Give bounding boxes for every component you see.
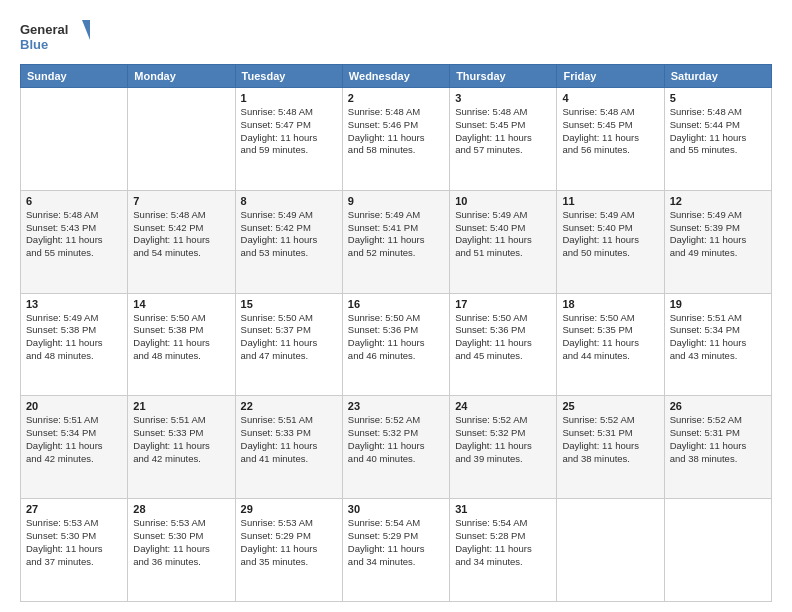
cell-info: Sunrise: 5:49 AM Sunset: 5:38 PM Dayligh… — [26, 312, 122, 363]
cell-info: Sunrise: 5:52 AM Sunset: 5:31 PM Dayligh… — [670, 414, 766, 465]
cell-info: Sunrise: 5:49 AM Sunset: 5:39 PM Dayligh… — [670, 209, 766, 260]
cell-info: Sunrise: 5:50 AM Sunset: 5:38 PM Dayligh… — [133, 312, 229, 363]
calendar-cell: 30Sunrise: 5:54 AM Sunset: 5:29 PM Dayli… — [342, 499, 449, 602]
calendar-cell: 22Sunrise: 5:51 AM Sunset: 5:33 PM Dayli… — [235, 396, 342, 499]
header-wednesday: Wednesday — [342, 65, 449, 88]
cell-info: Sunrise: 5:53 AM Sunset: 5:29 PM Dayligh… — [241, 517, 337, 568]
calendar-cell: 19Sunrise: 5:51 AM Sunset: 5:34 PM Dayli… — [664, 293, 771, 396]
cell-info: Sunrise: 5:52 AM Sunset: 5:32 PM Dayligh… — [455, 414, 551, 465]
calendar-cell — [128, 88, 235, 191]
cell-info: Sunrise: 5:49 AM Sunset: 5:41 PM Dayligh… — [348, 209, 444, 260]
cell-info: Sunrise: 5:54 AM Sunset: 5:29 PM Dayligh… — [348, 517, 444, 568]
calendar-cell: 15Sunrise: 5:50 AM Sunset: 5:37 PM Dayli… — [235, 293, 342, 396]
day-number: 8 — [241, 195, 337, 207]
header-tuesday: Tuesday — [235, 65, 342, 88]
day-number: 31 — [455, 503, 551, 515]
day-number: 20 — [26, 400, 122, 412]
calendar-cell: 23Sunrise: 5:52 AM Sunset: 5:32 PM Dayli… — [342, 396, 449, 499]
calendar-cell: 14Sunrise: 5:50 AM Sunset: 5:38 PM Dayli… — [128, 293, 235, 396]
week-row-4: 20Sunrise: 5:51 AM Sunset: 5:34 PM Dayli… — [21, 396, 772, 499]
cell-info: Sunrise: 5:51 AM Sunset: 5:34 PM Dayligh… — [670, 312, 766, 363]
calendar-table: SundayMondayTuesdayWednesdayThursdayFrid… — [20, 64, 772, 602]
cell-info: Sunrise: 5:53 AM Sunset: 5:30 PM Dayligh… — [133, 517, 229, 568]
svg-marker-2 — [82, 20, 90, 40]
day-number: 7 — [133, 195, 229, 207]
calendar-cell — [21, 88, 128, 191]
cell-info: Sunrise: 5:48 AM Sunset: 5:42 PM Dayligh… — [133, 209, 229, 260]
day-number: 9 — [348, 195, 444, 207]
cell-info: Sunrise: 5:50 AM Sunset: 5:37 PM Dayligh… — [241, 312, 337, 363]
calendar-cell: 31Sunrise: 5:54 AM Sunset: 5:28 PM Dayli… — [450, 499, 557, 602]
cell-info: Sunrise: 5:48 AM Sunset: 5:44 PM Dayligh… — [670, 106, 766, 157]
cell-info: Sunrise: 5:48 AM Sunset: 5:43 PM Dayligh… — [26, 209, 122, 260]
cell-info: Sunrise: 5:50 AM Sunset: 5:35 PM Dayligh… — [562, 312, 658, 363]
cell-info: Sunrise: 5:51 AM Sunset: 5:33 PM Dayligh… — [241, 414, 337, 465]
day-number: 15 — [241, 298, 337, 310]
calendar-cell: 8Sunrise: 5:49 AM Sunset: 5:42 PM Daylig… — [235, 190, 342, 293]
header-thursday: Thursday — [450, 65, 557, 88]
day-number: 22 — [241, 400, 337, 412]
calendar-cell — [664, 499, 771, 602]
cell-info: Sunrise: 5:51 AM Sunset: 5:33 PM Dayligh… — [133, 414, 229, 465]
day-number: 11 — [562, 195, 658, 207]
day-number: 17 — [455, 298, 551, 310]
calendar-cell: 7Sunrise: 5:48 AM Sunset: 5:42 PM Daylig… — [128, 190, 235, 293]
day-number: 23 — [348, 400, 444, 412]
header-monday: Monday — [128, 65, 235, 88]
calendar-cell: 11Sunrise: 5:49 AM Sunset: 5:40 PM Dayli… — [557, 190, 664, 293]
logo: General Blue — [20, 18, 90, 56]
day-number: 30 — [348, 503, 444, 515]
calendar-cell: 20Sunrise: 5:51 AM Sunset: 5:34 PM Dayli… — [21, 396, 128, 499]
day-number: 29 — [241, 503, 337, 515]
calendar-cell: 27Sunrise: 5:53 AM Sunset: 5:30 PM Dayli… — [21, 499, 128, 602]
svg-text:General: General — [20, 22, 68, 37]
day-number: 26 — [670, 400, 766, 412]
cell-info: Sunrise: 5:48 AM Sunset: 5:46 PM Dayligh… — [348, 106, 444, 157]
day-number: 12 — [670, 195, 766, 207]
day-number: 13 — [26, 298, 122, 310]
calendar-cell: 3Sunrise: 5:48 AM Sunset: 5:45 PM Daylig… — [450, 88, 557, 191]
calendar-cell: 4Sunrise: 5:48 AM Sunset: 5:45 PM Daylig… — [557, 88, 664, 191]
header-sunday: Sunday — [21, 65, 128, 88]
day-number: 27 — [26, 503, 122, 515]
day-number: 6 — [26, 195, 122, 207]
calendar-cell: 1Sunrise: 5:48 AM Sunset: 5:47 PM Daylig… — [235, 88, 342, 191]
svg-text:Blue: Blue — [20, 37, 48, 52]
day-number: 19 — [670, 298, 766, 310]
week-row-5: 27Sunrise: 5:53 AM Sunset: 5:30 PM Dayli… — [21, 499, 772, 602]
calendar-cell: 16Sunrise: 5:50 AM Sunset: 5:36 PM Dayli… — [342, 293, 449, 396]
calendar-cell: 25Sunrise: 5:52 AM Sunset: 5:31 PM Dayli… — [557, 396, 664, 499]
cell-info: Sunrise: 5:54 AM Sunset: 5:28 PM Dayligh… — [455, 517, 551, 568]
day-number: 18 — [562, 298, 658, 310]
day-number: 16 — [348, 298, 444, 310]
calendar-cell: 5Sunrise: 5:48 AM Sunset: 5:44 PM Daylig… — [664, 88, 771, 191]
calendar-cell: 13Sunrise: 5:49 AM Sunset: 5:38 PM Dayli… — [21, 293, 128, 396]
week-row-2: 6Sunrise: 5:48 AM Sunset: 5:43 PM Daylig… — [21, 190, 772, 293]
calendar-cell: 28Sunrise: 5:53 AM Sunset: 5:30 PM Dayli… — [128, 499, 235, 602]
day-number: 1 — [241, 92, 337, 104]
day-number: 4 — [562, 92, 658, 104]
calendar-cell: 12Sunrise: 5:49 AM Sunset: 5:39 PM Dayli… — [664, 190, 771, 293]
header-saturday: Saturday — [664, 65, 771, 88]
day-number: 24 — [455, 400, 551, 412]
day-number: 14 — [133, 298, 229, 310]
header: General Blue — [20, 18, 772, 56]
calendar-cell: 9Sunrise: 5:49 AM Sunset: 5:41 PM Daylig… — [342, 190, 449, 293]
cell-info: Sunrise: 5:50 AM Sunset: 5:36 PM Dayligh… — [455, 312, 551, 363]
calendar-cell: 26Sunrise: 5:52 AM Sunset: 5:31 PM Dayli… — [664, 396, 771, 499]
day-number: 21 — [133, 400, 229, 412]
week-row-1: 1Sunrise: 5:48 AM Sunset: 5:47 PM Daylig… — [21, 88, 772, 191]
day-number: 25 — [562, 400, 658, 412]
calendar-cell: 29Sunrise: 5:53 AM Sunset: 5:29 PM Dayli… — [235, 499, 342, 602]
calendar-cell: 18Sunrise: 5:50 AM Sunset: 5:35 PM Dayli… — [557, 293, 664, 396]
cell-info: Sunrise: 5:52 AM Sunset: 5:32 PM Dayligh… — [348, 414, 444, 465]
cell-info: Sunrise: 5:49 AM Sunset: 5:40 PM Dayligh… — [562, 209, 658, 260]
cell-info: Sunrise: 5:50 AM Sunset: 5:36 PM Dayligh… — [348, 312, 444, 363]
header-row: SundayMondayTuesdayWednesdayThursdayFrid… — [21, 65, 772, 88]
calendar-cell: 6Sunrise: 5:48 AM Sunset: 5:43 PM Daylig… — [21, 190, 128, 293]
day-number: 3 — [455, 92, 551, 104]
day-number: 28 — [133, 503, 229, 515]
page: General Blue SundayMondayTuesdayWednesda… — [0, 0, 792, 612]
cell-info: Sunrise: 5:48 AM Sunset: 5:45 PM Dayligh… — [455, 106, 551, 157]
week-row-3: 13Sunrise: 5:49 AM Sunset: 5:38 PM Dayli… — [21, 293, 772, 396]
